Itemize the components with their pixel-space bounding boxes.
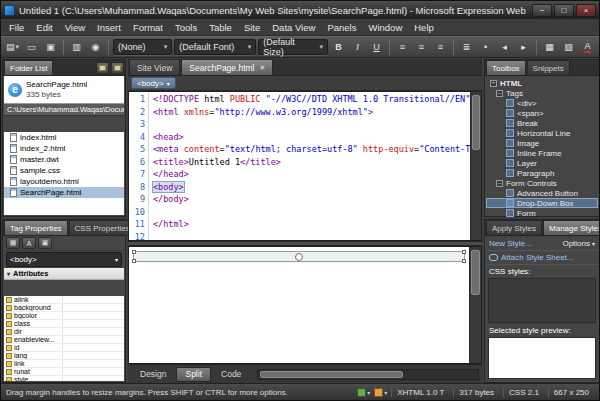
- attribute-row[interactable]: link: [4, 360, 124, 368]
- view-button-design[interactable]: Design: [131, 367, 175, 382]
- tab-apply-styles[interactable]: Apply Styles: [486, 220, 542, 235]
- collapse-icon[interactable]: −: [496, 90, 503, 97]
- new-folder-icon[interactable]: [111, 62, 124, 74]
- design-vertical-scrollbar[interactable]: [469, 247, 481, 363]
- attribute-row[interactable]: runat: [4, 368, 124, 376]
- toolbox-item-advanced-button[interactable]: Advanced Button: [486, 188, 598, 198]
- maximize-button[interactable]: □: [554, 4, 574, 17]
- toolbox-item-div[interactable]: <div>: [486, 98, 598, 108]
- align-left-button[interactable]: ≡: [394, 39, 411, 56]
- show-alphabetized-button[interactable]: A: [22, 237, 36, 249]
- toolbox-item-break[interactable]: Break: [486, 118, 598, 128]
- menu-view[interactable]: View: [59, 19, 91, 35]
- style-application-button[interactable]: ▾: [374, 388, 387, 397]
- attribute-row[interactable]: bgcolor: [4, 312, 124, 320]
- align-right-button[interactable]: ≡: [432, 39, 449, 56]
- site-root-path[interactable]: C:\Users\Muhammad.Waqas\Documents\M: [4, 104, 124, 116]
- file-tree-item[interactable]: master.dwt: [4, 154, 124, 165]
- attribute-value[interactable]: [62, 368, 124, 375]
- attribute-value[interactable]: [62, 336, 124, 343]
- attribute-value[interactable]: [62, 376, 124, 381]
- code-line[interactable]: <html xmlns="http://www.w3.org/1999/xhtm…: [153, 106, 470, 119]
- attributes-section-header[interactable]: ▾ Attributes: [4, 268, 124, 280]
- menu-insert[interactable]: Insert: [91, 19, 127, 35]
- close-tab-icon[interactable]: ✕: [259, 64, 265, 72]
- code-vertical-scrollbar[interactable]: [470, 92, 481, 240]
- tab-css-properties[interactable]: CSS Properties: [69, 220, 136, 235]
- font-color-button[interactable]: A: [579, 39, 596, 56]
- attribute-row[interactable]: background: [4, 304, 124, 312]
- new-document-button[interactable]: ▤▾: [4, 39, 21, 56]
- tab-site-view[interactable]: Site View: [129, 59, 180, 75]
- tab-folder-list[interactable]: Folder List: [4, 60, 53, 75]
- preview-in-browser-button[interactable]: ◉: [87, 39, 104, 56]
- toolbox-item-paragraph[interactable]: Paragraph: [486, 168, 598, 178]
- code-line[interactable]: <head>: [153, 131, 470, 144]
- selection-handle[interactable]: [132, 250, 136, 254]
- toolbox-item-horizontal-line[interactable]: Horizontal Line: [486, 128, 598, 138]
- attribute-row[interactable]: id: [4, 344, 124, 352]
- italic-button[interactable]: I: [349, 39, 366, 56]
- attribute-value[interactable]: [62, 328, 124, 335]
- attribute-row[interactable]: style: [4, 376, 124, 381]
- menu-data-view[interactable]: Data View: [266, 19, 321, 35]
- view-button-code[interactable]: Code: [212, 367, 250, 382]
- scrollbar-thumb[interactable]: [471, 250, 480, 295]
- tag-selector-combo[interactable]: <body> ▾: [6, 252, 122, 267]
- file-tree-item[interactable]: layoutdemo.html: [4, 176, 124, 187]
- highlight-button[interactable]: ▨: [560, 39, 577, 56]
- code-line[interactable]: [153, 118, 470, 131]
- size-combo[interactable]: (Default Size) ▾: [258, 39, 328, 55]
- design-horizontal-scrollbar[interactable]: [257, 369, 479, 380]
- save-button[interactable]: ▣: [42, 39, 59, 56]
- options-button[interactable]: Options ▾: [562, 239, 595, 248]
- menu-site[interactable]: Site: [238, 19, 266, 35]
- menu-window[interactable]: Window: [362, 19, 408, 35]
- menu-edit[interactable]: Edit: [30, 19, 58, 35]
- code-line[interactable]: <title>Untitled 1</title>: [153, 156, 470, 169]
- code-line[interactable]: [153, 231, 470, 241]
- attribute-row[interactable]: alink: [4, 296, 124, 304]
- file-tree-item[interactable]: index_2.html: [4, 143, 124, 154]
- status-doctype[interactable]: XHTML 1.0 T: [391, 388, 449, 397]
- open-button[interactable]: ▭: [23, 39, 40, 56]
- underline-button[interactable]: U: [368, 39, 385, 56]
- view-button-split[interactable]: Split: [176, 367, 211, 382]
- style-combo[interactable]: (None) ▾: [113, 39, 172, 55]
- tab-snippets[interactable]: Snippets: [527, 60, 570, 75]
- bullet-list-button[interactable]: •: [477, 39, 494, 56]
- scrollbar-thumb[interactable]: [260, 371, 403, 378]
- print-button[interactable]: ▥: [68, 39, 85, 56]
- menu-help[interactable]: Help: [408, 19, 440, 35]
- show-set-properties-button[interactable]: ▣: [38, 237, 52, 249]
- menu-table[interactable]: Table: [203, 19, 238, 35]
- attribute-value[interactable]: [62, 352, 124, 359]
- selection-handle[interactable]: [462, 250, 466, 254]
- close-button[interactable]: ×: [576, 4, 596, 17]
- design-canvas[interactable]: [129, 247, 469, 363]
- new-style-link[interactable]: New Style...: [489, 239, 532, 248]
- toolbox-item-drop-down-box[interactable]: Drop-Down Box: [486, 198, 598, 208]
- selected-body-element[interactable]: [133, 251, 465, 262]
- collapse-icon[interactable]: −: [496, 180, 503, 187]
- scrollbar-thumb[interactable]: [472, 95, 480, 150]
- file-tree-item[interactable]: SearchPage.html: [4, 187, 124, 198]
- tab-toolbox[interactable]: Toolbox: [486, 60, 526, 75]
- selection-handle[interactable]: [462, 259, 466, 263]
- increase-indent-button[interactable]: ▸: [515, 39, 532, 56]
- attribute-value[interactable]: [62, 344, 124, 351]
- file-tree-item[interactable]: index.html: [4, 132, 124, 143]
- menu-tools[interactable]: Tools: [169, 19, 203, 35]
- toolbox-item-inline-frame[interactable]: Inline Frame: [486, 148, 598, 158]
- attribute-row[interactable]: lang: [4, 352, 124, 360]
- toolbox-item-span[interactable]: <span>: [486, 108, 598, 118]
- code-line[interactable]: <!DOCTYPE html PUBLIC "-//W3C//DTD XHTML…: [153, 93, 470, 106]
- attribute-row[interactable]: class: [4, 320, 124, 328]
- show-categorized-button[interactable]: ▦: [6, 237, 20, 249]
- status-css-schema[interactable]: CSS 2.1: [503, 388, 544, 397]
- numbered-list-button[interactable]: ≣: [458, 39, 475, 56]
- code-line[interactable]: </body>: [153, 193, 470, 206]
- menu-format[interactable]: Format: [127, 19, 169, 35]
- font-combo[interactable]: (Default Font) ▾: [174, 39, 256, 55]
- toolbox-item-layer[interactable]: Layer: [486, 158, 598, 168]
